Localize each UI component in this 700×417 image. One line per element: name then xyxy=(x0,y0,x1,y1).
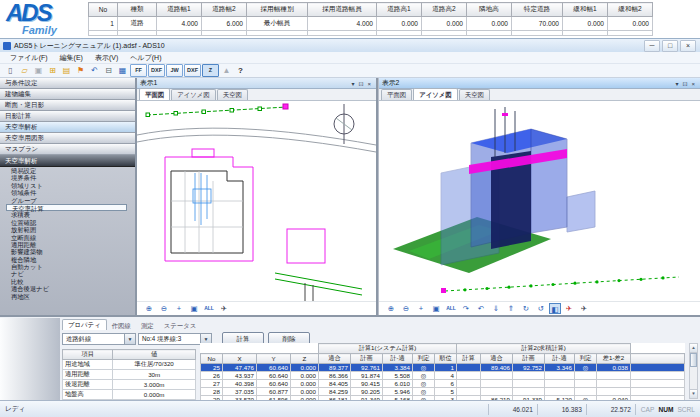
cell[interactable]: 0.000 xyxy=(467,17,512,31)
sidebar-item-16[interactable]: 適合後退ナビ xyxy=(0,285,135,292)
zoom-in-icon[interactable]: ⊕ xyxy=(142,303,156,314)
table-row[interactable]: 2547.47660.6400.00089.37792.7613.384◎189… xyxy=(201,364,685,372)
fly-mode-icon[interactable]: ✈ xyxy=(562,303,576,314)
sidebar-section-0[interactable]: 与条件設定 xyxy=(0,78,135,89)
menu-item[interactable]: 編集(E) xyxy=(54,53,89,63)
sidebar-item-4[interactable]: グループ xyxy=(0,197,135,204)
sidebar-item-15[interactable]: 比較 xyxy=(0,278,135,285)
zoom-window-icon[interactable]: ▣ xyxy=(429,303,443,314)
sidebar-section-6[interactable]: マスプラン xyxy=(0,144,135,155)
view1-tab-0[interactable]: 平面図 xyxy=(139,88,170,100)
sidebar-item-8[interactable]: 放射範囲 xyxy=(0,226,135,233)
sidebar-section-5[interactable]: 天空率用図形 xyxy=(0,133,135,144)
cell[interactable]: 0.000 xyxy=(422,17,467,31)
cell[interactable]: 0.000 xyxy=(377,17,422,31)
cell[interactable] xyxy=(563,31,608,36)
sidebar-section-4[interactable]: 天空率解析 xyxy=(0,122,135,133)
cell[interactable] xyxy=(202,31,247,36)
spin-ccw-icon[interactable]: ↺ xyxy=(534,303,548,314)
bottom-tab-0[interactable]: プロパティ xyxy=(62,319,107,330)
bottom-tab-1[interactable]: 作図線 xyxy=(107,321,136,330)
sidebar-item-5[interactable]: 天空率計算 xyxy=(6,204,127,211)
sidebar-item-12[interactable]: 複合隣地 xyxy=(0,256,135,263)
scroll-thumb[interactable] xyxy=(690,353,697,367)
cell[interactable] xyxy=(118,31,157,36)
new-file-icon[interactable]: ▯ xyxy=(4,65,17,77)
spin-cw-icon[interactable]: ↻ xyxy=(519,303,533,314)
bird-view-icon[interactable]: ✈ xyxy=(217,303,231,314)
help-icon[interactable]: ? xyxy=(234,65,247,77)
sidebar-item-9[interactable]: 立断面線 xyxy=(0,234,135,241)
zoom-in-icon[interactable]: ⊕ xyxy=(384,303,398,314)
move-down-icon[interactable]: ⇓ xyxy=(489,303,503,314)
view2-canvas[interactable] xyxy=(379,101,700,301)
close-icon[interactable]: × xyxy=(689,81,697,87)
cell[interactable]: 0.000 xyxy=(608,17,653,31)
sidebar-item-14[interactable]: ナビ xyxy=(0,270,135,277)
minimize-icon[interactable]: ─ xyxy=(644,40,660,52)
scroll-up-icon[interactable]: ▲ xyxy=(690,344,697,353)
result-table-scrollbar[interactable]: ▲ ▼ xyxy=(689,343,698,399)
sidebar-item-7[interactable]: 位置確認 xyxy=(0,219,135,226)
sidebar-item-2[interactable]: 領域リスト xyxy=(0,182,135,189)
view2-tab-0[interactable]: 平面図 xyxy=(381,89,412,100)
view1-tab-2[interactable]: 天空図 xyxy=(217,89,248,100)
table-row[interactable]: 2643.93760.6400.00086.36691.8745.508◎4 xyxy=(201,372,685,380)
move-up-icon[interactable]: ⇑ xyxy=(504,303,518,314)
sidebar-item-17[interactable]: 再地区 xyxy=(0,293,135,300)
view1-tab-1[interactable]: アイソメ図 xyxy=(171,89,216,100)
close-icon[interactable]: × xyxy=(365,81,373,87)
menu-item[interactable]: ヘルプ(H) xyxy=(124,53,167,63)
cell[interactable]: 0.000 xyxy=(563,17,608,31)
scroll-down-icon[interactable]: ▼ xyxy=(690,389,697,398)
zoom-all-icon[interactable]: ALL xyxy=(444,303,458,314)
print-icon[interactable]: ⊟ xyxy=(102,65,115,77)
zoom-window-icon[interactable]: ▣ xyxy=(187,303,201,314)
sidebar-item-0[interactable]: 簡易設定 xyxy=(0,167,135,174)
zoom-all-icon[interactable]: ALL xyxy=(202,303,216,314)
cell[interactable]: 4.000 xyxy=(308,17,377,31)
sidebar-section-1[interactable]: 建物編集 xyxy=(0,89,135,100)
menu-item[interactable]: ファイル(F) xyxy=(4,53,54,63)
close-icon[interactable]: × xyxy=(680,40,696,52)
cell[interactable] xyxy=(422,31,467,36)
zoom-out-icon[interactable]: ⊖ xyxy=(157,303,171,314)
slope-type-select[interactable]: 道路斜線 ▼ xyxy=(62,333,136,345)
cell[interactable]: 70.000 xyxy=(512,17,563,31)
open-folder-icon[interactable]: ▱ xyxy=(18,65,31,77)
cell[interactable]: 4.000 xyxy=(157,17,202,31)
cell[interactable] xyxy=(89,31,118,36)
layers-icon[interactable]: ⊞ xyxy=(46,65,59,77)
zoom-out-icon[interactable]: ⊖ xyxy=(399,303,413,314)
table-row[interactable]: 2740.39860.6400.00084.40590.4156.010◎6 xyxy=(201,380,685,388)
undo-icon[interactable]: ↶ xyxy=(88,65,101,77)
view1-canvas[interactable] xyxy=(137,101,376,301)
import-dxf-button[interactable]: DXF xyxy=(148,64,165,77)
mountain-icon[interactable]: ▲ xyxy=(220,65,233,77)
table-row[interactable]: 2837.03560.8770.00084.25990.2055.946◎5 xyxy=(201,388,685,396)
cell[interactable]: 道路 xyxy=(118,17,157,31)
cell[interactable]: 最小幅員 xyxy=(247,17,308,31)
sidebar-item-3[interactable]: 領域条件 xyxy=(0,189,135,196)
clipboard-icon[interactable]: ▤ xyxy=(60,65,73,77)
cell[interactable] xyxy=(247,31,308,36)
import-ff-button[interactable]: FF xyxy=(130,64,147,77)
sidebar-item-13[interactable]: 自動カット xyxy=(0,263,135,270)
menu-item[interactable]: 表示(V) xyxy=(89,53,124,63)
cell[interactable]: 6.000 xyxy=(202,17,247,31)
pan-icon[interactable]: + xyxy=(414,303,428,314)
pan-icon[interactable]: + xyxy=(172,303,186,314)
cell[interactable] xyxy=(308,31,377,36)
bottom-tab-3[interactable]: ステータス xyxy=(159,321,202,330)
view2-tab-2[interactable]: 天空図 xyxy=(459,89,490,100)
sidebar-section-3[interactable]: 日影計算 xyxy=(0,111,135,122)
bottom-tab-2[interactable]: 測定 xyxy=(136,321,159,330)
view2-tab-1[interactable]: アイソメ図 xyxy=(413,88,458,100)
grid-icon[interactable]: ▦ xyxy=(116,65,129,77)
cell[interactable]: 1 xyxy=(89,17,118,31)
cell[interactable] xyxy=(608,31,653,36)
sidebar-section-2[interactable]: 断面・逆日影 xyxy=(0,100,135,111)
rotate-right-icon[interactable]: ↷ xyxy=(459,303,473,314)
walk-mode-icon[interactable]: ✈ xyxy=(577,303,591,314)
cell[interactable] xyxy=(157,31,202,36)
